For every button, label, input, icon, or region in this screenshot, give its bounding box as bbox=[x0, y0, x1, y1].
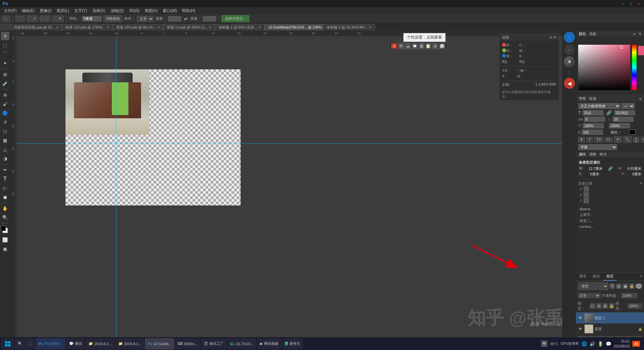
magic-wand-tool[interactable]: ✦ bbox=[1, 59, 9, 67]
width-input[interactable] bbox=[168, 16, 181, 21]
font-size-input[interactable] bbox=[582, 110, 603, 115]
taskbar-kb-btn[interactable]: ⌨ KBShi... bbox=[175, 338, 200, 349]
trans-icon-3[interactable]: 🖼 bbox=[419, 43, 424, 49]
filter-icon-5[interactable] bbox=[636, 284, 642, 289]
trans-icon-4[interactable]: 📝 bbox=[425, 43, 431, 49]
tracking-input[interactable] bbox=[614, 110, 635, 115]
taskbar-excel-btn[interactable]: Ex 2(L7XUO... bbox=[227, 338, 257, 349]
blur-tool[interactable]: △ bbox=[1, 145, 9, 154]
tab-close-4[interactable]: ✕ bbox=[258, 26, 261, 29]
zoom-tool[interactable]: 🔍 bbox=[1, 213, 9, 222]
tab-6[interactable]: 未标题-2 @ 33.3%/CMY... ✕ bbox=[323, 24, 375, 30]
ime-indicator[interactable]: 中 bbox=[541, 341, 547, 347]
tab-close-2[interactable]: ✕ bbox=[157, 26, 160, 29]
volume-tray-icon[interactable]: 🔊 bbox=[590, 341, 595, 346]
taskbar-iqiyi-btn[interactable]: 愛 爱奇艺 bbox=[282, 338, 303, 349]
fill-input[interactable] bbox=[627, 303, 642, 309]
history-menu[interactable]: ≡ bbox=[640, 181, 642, 186]
social-avatar[interactable]: 冷 bbox=[564, 56, 575, 67]
taskbar-ps-btn[interactable]: Ps PS怎样也... bbox=[36, 338, 66, 349]
menu-window[interactable]: 窗口(W) bbox=[160, 7, 179, 14]
tool-preset-btn[interactable]: ↔ bbox=[2, 16, 10, 22]
gradient-tool[interactable]: ▦ bbox=[1, 136, 9, 145]
superscript-btn[interactable]: Ts bbox=[614, 136, 622, 143]
hist-item-3[interactable]: ✓ bbox=[578, 198, 642, 204]
height-input[interactable] bbox=[203, 16, 216, 21]
healing-tool[interactable]: ⊕ bbox=[1, 91, 9, 99]
layer-1-eye[interactable]: 👁 bbox=[578, 315, 583, 321]
font-style-select[interactable]: — bbox=[622, 103, 635, 109]
taskbar-ps2-btn[interactable]: Ps v2-f1a0fd... bbox=[145, 338, 174, 349]
char-panel-menu[interactable]: ≡ bbox=[639, 97, 641, 101]
taskbar-folder2-btn[interactable]: 📁 2019-8-1... bbox=[115, 338, 144, 349]
italic-btn[interactable]: T bbox=[586, 137, 593, 143]
opacity-input[interactable] bbox=[621, 293, 637, 298]
menu-filter[interactable]: 滤镜(Q) bbox=[108, 7, 126, 14]
swatches-tab[interactable]: 色板 bbox=[589, 31, 596, 36]
font-family-select[interactable]: 方正大标宋简体 bbox=[578, 103, 620, 109]
taskbar-search-btn[interactable]: 🔍 bbox=[15, 338, 25, 349]
action-center-icon[interactable]: 💬 bbox=[606, 341, 611, 346]
subscript-btn[interactable]: Ts bbox=[623, 136, 631, 143]
color-panel-menu[interactable]: ≡ bbox=[633, 32, 635, 36]
menu-select[interactable]: 选择(S) bbox=[90, 7, 108, 14]
trans-icon-2[interactable]: 💬 bbox=[412, 43, 418, 49]
path-tab[interactable]: 路径 bbox=[590, 273, 603, 281]
color-panel-close[interactable]: ✕ bbox=[638, 32, 641, 36]
eyedropper-tool[interactable]: 💉 bbox=[1, 79, 9, 88]
brush-tool[interactable]: 🖌 bbox=[1, 100, 9, 108]
props-tab[interactable]: 属性 bbox=[579, 152, 586, 157]
blend-mode-select[interactable]: 正常 bbox=[578, 293, 601, 298]
taskbar-folder1-btn[interactable]: 📁 2019-8-1... bbox=[86, 338, 114, 349]
back-btn[interactable]: ◀ bbox=[564, 78, 575, 89]
stamp-tool[interactable]: 🔵 bbox=[1, 109, 9, 117]
fg-color[interactable] bbox=[1, 226, 6, 231]
tab-1[interactable]: 矩形 131.psb @ 178%(... ✕ bbox=[62, 24, 113, 30]
layer-bg-eye[interactable]: 👁 bbox=[578, 326, 583, 332]
tab-close-0[interactable]: ✕ bbox=[56, 26, 58, 29]
layers-panel-menu[interactable]: ≡ bbox=[638, 273, 644, 281]
trans-icon-5[interactable]: ⊞ bbox=[432, 43, 438, 49]
tray-clock[interactable]: 15:01 2019/8/15 bbox=[614, 339, 630, 348]
tab-4[interactable]: 未标题-1 @ 50% |王垚... ✕ bbox=[215, 24, 265, 30]
filter-icon-3[interactable]: ▣ bbox=[623, 284, 628, 289]
tab-3[interactable]: 矩形 12.psb @ 202% (1... ✕ bbox=[163, 24, 215, 30]
canvas-viewport[interactable] bbox=[17, 37, 562, 342]
intersect-selection-btn[interactable]: ⬛✕ bbox=[52, 16, 64, 22]
tab-5[interactable]: v2-f1a0fdbab37ffe152f... @ 100% (图层 1, R… bbox=[265, 24, 323, 30]
layers-tab[interactable]: 图层 bbox=[603, 273, 617, 281]
va-input2[interactable] bbox=[613, 117, 634, 122]
color-swatches[interactable] bbox=[1, 226, 10, 235]
menu-help[interactable]: 帮助(H) bbox=[179, 7, 198, 14]
hist-item-2[interactable]: ✓ bbox=[578, 192, 642, 198]
tab-0[interactable]: 内容页码页面.psa @ 33... ✕ bbox=[10, 24, 62, 30]
char-tab[interactable]: 字符 bbox=[579, 96, 586, 101]
trans-icon-1[interactable]: ☁ bbox=[405, 43, 411, 49]
type-tool[interactable]: T bbox=[1, 175, 9, 183]
menu-file[interactable]: 文件(F) bbox=[1, 7, 19, 14]
menu-edit[interactable]: 编辑(E) bbox=[19, 7, 37, 14]
font-item-1[interactable]: Alstroe bbox=[578, 206, 642, 212]
style-tab[interactable]: 样式 bbox=[600, 152, 607, 157]
subtract-selection-btn[interactable]: ⬛- bbox=[40, 16, 50, 22]
lock-artboard-btn[interactable]: ⊞ bbox=[603, 303, 608, 309]
menu-type[interactable]: 文字(T) bbox=[72, 7, 89, 14]
user-avatar-1[interactable]: 👤 bbox=[564, 32, 575, 43]
ai-badge[interactable]: Ai bbox=[632, 341, 640, 347]
info-panel-close[interactable]: ✕ bbox=[553, 35, 556, 40]
strikethrough-btn[interactable]: T bbox=[641, 137, 644, 143]
color-preview[interactable] bbox=[638, 46, 644, 55]
adjust-tab[interactable]: 调整 bbox=[589, 152, 596, 157]
shape-tool[interactable]: ◼ bbox=[1, 193, 9, 201]
style-select[interactable]: 正常 bbox=[137, 16, 154, 22]
hist-item-1[interactable]: ✓ bbox=[578, 186, 642, 192]
channel-tab[interactable]: 通道 bbox=[576, 273, 590, 281]
taskbar-format-btn[interactable]: 🎬 格式工厂 bbox=[201, 338, 227, 349]
minimize-button[interactable]: ─ bbox=[621, 1, 626, 6]
screen-mode-btn[interactable]: ▣ bbox=[1, 245, 9, 253]
bold-btn[interactable]: T bbox=[578, 137, 585, 143]
language-select[interactable]: 平垂 bbox=[578, 144, 617, 150]
menu-view[interactable]: 视图(V) bbox=[142, 7, 160, 14]
tab-close-6[interactable]: ✕ bbox=[369, 26, 372, 29]
lasso-tool[interactable]: ⌒ bbox=[1, 50, 9, 58]
